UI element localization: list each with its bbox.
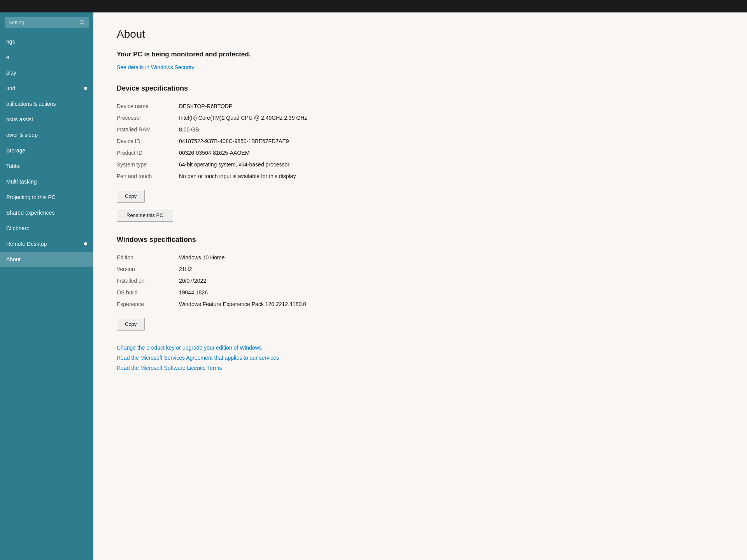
table-row: Device ID04187522-937B-408C-9850-1BBE67F…	[117, 135, 420, 147]
topbar	[0, 0, 747, 12]
spec-label: Device name	[117, 100, 179, 112]
rename-pc-button[interactable]: Rename this PC	[117, 209, 173, 222]
sidebar-item-shared[interactable]: Shared experiences	[0, 205, 93, 220]
spec-value: 19044.1826	[179, 287, 420, 298]
sidebar-item-remote[interactable]: Remote Desktop	[0, 236, 93, 252]
search-input[interactable]	[9, 19, 78, 25]
sidebar-item-tablet[interactable]: Tablet	[0, 158, 93, 174]
table-row: Installed RAM8.00 GB	[117, 124, 420, 135]
licence-link[interactable]: Read the Microsoft Software Licence Term…	[117, 365, 420, 371]
spec-label: Processor	[117, 112, 179, 124]
sidebar-item-multitasking[interactable]: Multi-tasking	[0, 174, 93, 189]
spec-value: 8.00 GB	[179, 124, 420, 135]
page-title: About	[117, 28, 420, 40]
sidebar-search-container[interactable]	[5, 17, 89, 28]
sidebar-item-label: und	[6, 85, 15, 91]
spec-label: Installed on	[117, 275, 179, 287]
spec-value: DESKTOP-R6BTQDP	[179, 100, 420, 112]
sidebar-item-storage[interactable]: Storage	[0, 143, 93, 158]
spec-label: Installed RAM	[117, 124, 179, 135]
svg-line-1	[83, 23, 84, 24]
sidebar-item-label: Remote Desktop	[6, 241, 47, 247]
sidebar-item-focus[interactable]: ocus assist	[0, 112, 93, 127]
spec-value: No pen or touch input is available for t…	[179, 170, 420, 182]
spec-value: 21H2	[179, 263, 420, 275]
table-row: ProcessorIntel(R) Core(TM)2 Quad CPU @ 2…	[117, 112, 420, 124]
spec-value: 04187522-937B-408C-9850-1BBE67FD7AE9	[179, 135, 420, 147]
spec-value: Windows 10 Home	[179, 252, 420, 263]
spec-value: Intel(R) Core(TM)2 Quad CPU @ 2.40GHz 2.…	[179, 112, 420, 124]
sidebar-item-display[interactable]: play	[0, 65, 93, 80]
windows-security-link[interactable]: See details in Windows Security	[117, 64, 194, 70]
windows-specs-table: EditionWindows 10 HomeVersion21H2Install…	[117, 252, 420, 310]
svg-point-0	[80, 20, 83, 24]
notification-dot	[84, 87, 87, 90]
spec-value: 00326-03504-81625-AAOEM	[179, 147, 420, 159]
action-links: Change the product key or upgrade your e…	[117, 345, 420, 371]
sidebar-navigation: ngseplayundotifications & actionsocus as…	[0, 34, 93, 267]
sidebar-item-sound[interactable]: und	[0, 80, 93, 96]
spec-value: 64-bit operating system, x64-based proce…	[179, 159, 420, 170]
spec-label: OS build	[117, 287, 179, 298]
copy-windows-button[interactable]: Copy	[117, 318, 145, 331]
table-row: OS build19044.1826	[117, 287, 420, 298]
spec-value: Windows Feature Experience Pack 120.2212…	[179, 298, 420, 310]
table-row: Pen and touchNo pen or touch input is av…	[117, 170, 420, 182]
table-row: Version21H2	[117, 263, 420, 275]
spec-label: Edition	[117, 252, 179, 263]
sidebar-item-about[interactable]: About	[0, 252, 93, 267]
spec-value: 20/07/2022	[179, 275, 420, 287]
sidebar-item-power[interactable]: ower & sleep	[0, 127, 93, 143]
windows-specs-title: Windows specifications	[117, 236, 420, 244]
sidebar-item-notifications[interactable]: otifications & actions	[0, 96, 93, 112]
table-row: System type64-bit operating system, x64-…	[117, 159, 420, 170]
product-key-link[interactable]: Change the product key or upgrade your e…	[117, 345, 420, 351]
security-status-text: Your PC is being monitored and protected…	[117, 50, 420, 59]
spec-label: Version	[117, 263, 179, 275]
copy-device-button[interactable]: Copy	[117, 190, 145, 203]
services-link[interactable]: Read the Microsoft Services Agreement th…	[117, 355, 420, 361]
main-content: About Your PC is being monitored and pro…	[93, 0, 747, 560]
device-specs-title: Device specifications	[117, 84, 420, 93]
device-specs-table: Device nameDESKTOP-R6BTQDPProcessorIntel…	[117, 100, 420, 182]
spec-label: Pen and touch	[117, 170, 179, 182]
spec-label: Product ID	[117, 147, 179, 159]
table-row: Installed on20/07/2022	[117, 275, 420, 287]
table-row: Product ID00326-03504-81625-AAOEM	[117, 147, 420, 159]
table-row: EditionWindows 10 Home	[117, 252, 420, 263]
search-icon	[79, 20, 85, 25]
sidebar: ngseplayundotifications & actionsocus as…	[0, 0, 93, 560]
spec-label: Experience	[117, 298, 179, 310]
sidebar-item-projecting[interactable]: Projecting to this PC	[0, 189, 93, 205]
sidebar-item-clipboard[interactable]: Clipboard	[0, 220, 93, 236]
sidebar-item-settings[interactable]: ngs	[0, 34, 93, 49]
table-row: Device nameDESKTOP-R6BTQDP	[117, 100, 420, 112]
notification-dot	[84, 242, 87, 245]
sidebar-item-home[interactable]: e	[0, 49, 93, 65]
spec-label: System type	[117, 159, 179, 170]
table-row: ExperienceWindows Feature Experience Pac…	[117, 298, 420, 310]
spec-label: Device ID	[117, 135, 179, 147]
